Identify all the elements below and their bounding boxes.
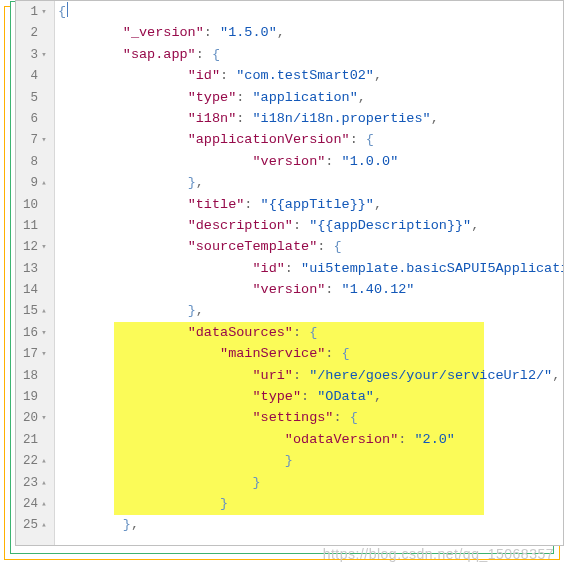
gutter-line: 25▴ — [16, 514, 54, 535]
gutter-line: 22▴ — [16, 450, 54, 471]
code-line[interactable]: "i18n": "i18n/i18n.properties", — [54, 108, 563, 129]
code-line[interactable]: "type": "OData", — [54, 386, 563, 407]
gutter-line: 6 — [16, 108, 54, 129]
code-line[interactable]: "sap.app": { — [54, 44, 563, 65]
code-line[interactable]: "odataVersion": "2.0" — [54, 429, 563, 450]
code-line[interactable]: "_version": "1.5.0", — [54, 22, 563, 43]
gutter-line: 14 — [16, 279, 54, 300]
code-line[interactable]: }, — [54, 172, 563, 193]
gutter-line: 12▾ — [16, 236, 54, 257]
watermark: https://blog.csdn.net/qq_15068357 — [323, 546, 554, 562]
gutter-line: 10 — [16, 194, 54, 215]
code-line[interactable]: "id": "ui5template.basicSAPUI5Applicatio… — [54, 258, 563, 279]
code-line[interactable]: "dataSources": { — [54, 322, 563, 343]
gutter-line: 19 — [16, 386, 54, 407]
gutter: 1▾23▾4567▾89▴101112▾131415▴16▾17▾181920▾… — [16, 1, 55, 545]
gutter-line: 11 — [16, 215, 54, 236]
gutter-line: 17▾ — [16, 343, 54, 364]
gutter-line: 18 — [16, 365, 54, 386]
gutter-line: 16▾ — [16, 322, 54, 343]
code-editor[interactable]: 1▾23▾4567▾89▴101112▾131415▴16▾17▾181920▾… — [15, 0, 564, 546]
gutter-line: 23▴ — [16, 472, 54, 493]
gutter-line: 15▴ — [16, 300, 54, 321]
code-line[interactable]: "uri": "/here/goes/your/serviceUrl2/", — [54, 365, 563, 386]
gutter-line: 3▾ — [16, 44, 54, 65]
gutter-line: 7▾ — [16, 129, 54, 150]
code-line[interactable]: "applicationVersion": { — [54, 129, 563, 150]
code-area[interactable]: { "_version": "1.5.0", "sap.app": { "id"… — [54, 1, 563, 545]
code-line[interactable]: "settings": { — [54, 407, 563, 428]
text-cursor — [67, 2, 68, 17]
gutter-line: 13 — [16, 258, 54, 279]
gutter-line: 4 — [16, 65, 54, 86]
gutter-line: 1▾ — [16, 1, 54, 22]
gutter-line: 2 — [16, 22, 54, 43]
gutter-line: 9▴ — [16, 172, 54, 193]
code-line[interactable]: "id": "com.testSmart02", — [54, 65, 563, 86]
code-line[interactable]: }, — [54, 300, 563, 321]
code-line[interactable]: "version": "1.40.12" — [54, 279, 563, 300]
gutter-line: 20▾ — [16, 407, 54, 428]
code-line[interactable]: "mainService": { — [54, 343, 563, 364]
gutter-line: 8 — [16, 151, 54, 172]
code-line[interactable]: }, — [54, 514, 563, 535]
code-line[interactable]: } — [54, 450, 563, 471]
code-line[interactable]: "title": "{{appTitle}}", — [54, 194, 563, 215]
code-line[interactable]: } — [54, 472, 563, 493]
code-line[interactable]: "description": "{{appDescription}}", — [54, 215, 563, 236]
code-line[interactable]: } — [54, 493, 563, 514]
gutter-line: 24▴ — [16, 493, 54, 514]
code-line[interactable]: "sourceTemplate": { — [54, 236, 563, 257]
code-line[interactable]: "type": "application", — [54, 87, 563, 108]
code-line[interactable]: { — [54, 1, 563, 22]
code-line[interactable]: "version": "1.0.0" — [54, 151, 563, 172]
gutter-line: 5 — [16, 87, 54, 108]
gutter-line: 21 — [16, 429, 54, 450]
